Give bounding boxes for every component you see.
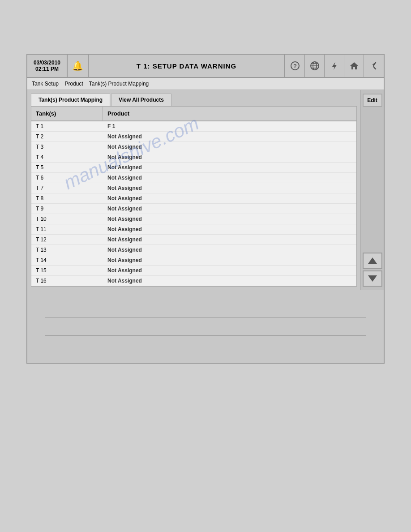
main-container: 03/03/2010 02:11 PM 🔔 T 1: SETUP DATA WA…: [26, 54, 385, 364]
col-product-header: Product: [103, 107, 356, 120]
breadcrumb: Tank Setup – Product – Tank(s) Product M…: [27, 78, 384, 90]
scroll-down-icon: [368, 275, 377, 282]
content-wrapper: Tank(s) Product Mapping View All Product…: [27, 90, 384, 290]
table-row[interactable]: T 12Not Assigned: [31, 235, 356, 245]
table-body: T 1F 1T 2Not AssignedT 3Not AssignedT 4N…: [31, 121, 356, 286]
cell-tank: T 16: [31, 277, 103, 285]
lightning-icon[interactable]: [325, 55, 344, 77]
cell-tank: T 15: [31, 266, 103, 275]
globe-icon[interactable]: [305, 55, 325, 77]
scroll-up-icon: [368, 257, 377, 264]
svg-text:?: ?: [293, 63, 297, 69]
cell-tank: T 5: [31, 163, 103, 172]
scroll-down-button[interactable]: [363, 270, 382, 287]
table-row[interactable]: T 2Not Assigned: [31, 132, 356, 142]
hr-line-2: [45, 335, 366, 336]
scroll-up-button[interactable]: [363, 253, 382, 269]
table-row[interactable]: T 9Not Assigned: [31, 204, 356, 214]
cell-tank: T 7: [31, 184, 103, 192]
cell-tank: T 11: [31, 225, 103, 233]
header-time: 02:11 PM: [35, 66, 59, 72]
table-header: Tank(s) Product: [31, 107, 356, 121]
table-row[interactable]: T 11Not Assigned: [31, 224, 356, 235]
table-row[interactable]: T 6Not Assigned: [31, 173, 356, 183]
home-icon[interactable]: [344, 55, 364, 77]
cell-tank: T 13: [31, 246, 103, 254]
table-row[interactable]: T 15Not Assigned: [31, 266, 356, 276]
table-row[interactable]: T 13Not Assigned: [31, 245, 356, 255]
cell-product: Not Assigned: [103, 133, 356, 141]
cell-product: Not Assigned: [103, 184, 356, 192]
cell-tank: T 10: [31, 215, 103, 223]
cell-tank: T 12: [31, 236, 103, 244]
cell-product: Not Assigned: [103, 266, 356, 275]
tab-mapping[interactable]: Tank(s) Product Mapping: [31, 94, 110, 106]
svg-marker-8: [350, 62, 358, 69]
header-date: 03/03/2010: [34, 60, 60, 66]
cell-tank: T 6: [31, 174, 103, 182]
tab-bar: Tank(s) Product Mapping View All Product…: [31, 94, 357, 106]
cell-product: Not Assigned: [103, 236, 356, 244]
table-row[interactable]: T 16Not Assigned: [31, 276, 356, 286]
cell-tank: T 1: [31, 122, 103, 130]
table-row[interactable]: T 14Not Assigned: [31, 255, 356, 266]
cell-product: Not Assigned: [103, 143, 356, 151]
table-row[interactable]: T 7Not Assigned: [31, 183, 356, 193]
cell-product: Not Assigned: [103, 225, 356, 233]
edit-button[interactable]: Edit: [363, 94, 382, 107]
hr-section: [27, 290, 384, 363]
cell-product: Not Assigned: [103, 205, 356, 213]
table-row[interactable]: T 5Not Assigned: [31, 163, 356, 173]
table-container: manualshive.com Tank(s) Product T 1F 1T …: [31, 106, 357, 287]
header-icons: ?: [284, 55, 384, 77]
table-row[interactable]: T 3Not Assigned: [31, 142, 356, 152]
cell-product: Not Assigned: [103, 174, 356, 182]
table-row[interactable]: T 4Not Assigned: [31, 152, 356, 163]
cell-tank: T 9: [31, 205, 103, 213]
header-bar: 03/03/2010 02:11 PM 🔔 T 1: SETUP DATA WA…: [27, 55, 384, 78]
table-row[interactable]: T 1F 1: [31, 121, 356, 132]
tab-view-all[interactable]: View All Products: [111, 94, 171, 106]
bell-icon: 🔔: [68, 55, 89, 77]
sidebar: Edit: [360, 90, 384, 290]
cell-product: Not Assigned: [103, 163, 356, 172]
cell-product: Not Assigned: [103, 153, 356, 161]
header-datetime: 03/03/2010 02:11 PM: [27, 55, 68, 77]
cell-product: Not Assigned: [103, 256, 356, 264]
help-icon[interactable]: ?: [285, 55, 305, 77]
back-icon[interactable]: [364, 55, 384, 77]
main-content: Tank(s) Product Mapping View All Product…: [27, 90, 360, 290]
cell-product: Not Assigned: [103, 194, 356, 202]
header-title: T 1: SETUP DATA WARNING: [89, 55, 284, 77]
cell-product: Not Assigned: [103, 215, 356, 223]
cell-tank: T 2: [31, 133, 103, 141]
cell-tank: T 14: [31, 256, 103, 264]
cell-tank: T 3: [31, 143, 103, 151]
cell-tank: T 4: [31, 153, 103, 161]
cell-product: Not Assigned: [103, 277, 356, 285]
cell-tank: T 8: [31, 194, 103, 202]
cell-product: Not Assigned: [103, 246, 356, 254]
col-tanks-header: Tank(s): [31, 107, 103, 120]
hr-line-1: [45, 317, 366, 317]
svg-marker-7: [332, 62, 337, 70]
cell-product: F 1: [103, 122, 356, 130]
table-row[interactable]: T 10Not Assigned: [31, 214, 356, 224]
table-row[interactable]: T 8Not Assigned: [31, 193, 356, 204]
